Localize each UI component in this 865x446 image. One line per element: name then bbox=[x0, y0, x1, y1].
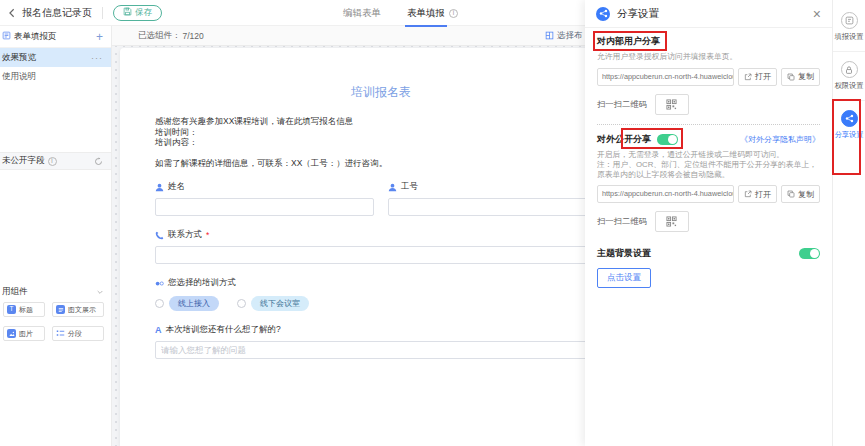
component-chip-title[interactable]: T 标题 bbox=[3, 302, 45, 317]
sidebar-item-instructions[interactable]: 使用说明 bbox=[0, 67, 111, 86]
radio-option-offline[interactable]: 线下会议室 bbox=[237, 296, 309, 311]
external-share-row: 对外公开分享 《对外分享隐私声明》 bbox=[597, 133, 820, 146]
intro-line: 培训时间： bbox=[155, 127, 607, 138]
external-share-desc2: 注：用户、OCR、部门、定位组件不能用于公开分享的表单上，原表单内的以上字段将会… bbox=[597, 160, 820, 179]
field-employee-id: 工号 bbox=[388, 181, 607, 216]
title-component-icon: T bbox=[7, 305, 16, 314]
radio-option-label: 线上接入 bbox=[169, 296, 219, 311]
sidebar-item-preview[interactable]: 效果预览 ··· bbox=[0, 48, 111, 67]
phone-icon bbox=[155, 231, 164, 240]
rail-item-fill-settings[interactable]: 填报设置 bbox=[834, 10, 863, 44]
external-url-row: https://appcuberun.cn-north-4.huaweiclou… bbox=[597, 185, 820, 203]
copy-link-button[interactable]: 复制 bbox=[781, 68, 820, 86]
rail-item-permission-settings[interactable]: 权限设置 bbox=[834, 59, 863, 93]
radio-circle[interactable] bbox=[237, 299, 246, 308]
field-question: A 本次培训您还有什么想了解的? bbox=[155, 324, 607, 359]
components-section-header[interactable]: 用组件 bbox=[2, 286, 104, 298]
open-link-button[interactable]: 打开 bbox=[738, 68, 777, 86]
radio-option-online[interactable]: 线上接入 bbox=[155, 296, 219, 311]
qr-label: 扫一扫二维码 bbox=[597, 99, 647, 110]
privacy-statement-link[interactable]: 《对外分享隐私声明》 bbox=[740, 134, 820, 145]
fill-settings-icon bbox=[841, 12, 858, 29]
layout-icon bbox=[545, 31, 554, 40]
share-settings-panel: 分享设置 × 对内部用户分享 允许用户登录授权后访问并填报表单页。 https:… bbox=[585, 0, 832, 446]
external-share-desc1: 开启后，无需登录，通过公开链接或二维码即可访问。 bbox=[597, 150, 820, 160]
question-input[interactable] bbox=[155, 341, 607, 359]
rail-item-share-settings[interactable]: 分享设置 bbox=[834, 108, 863, 142]
section-component-icon bbox=[56, 329, 65, 338]
more-icon[interactable]: ··· bbox=[91, 53, 103, 63]
form-paper: 培训报名表 感谢您有兴趣参加XX课程培训，请在此填写报名信息 培训时间： 培训内… bbox=[120, 48, 642, 446]
choose-layout-button[interactable]: 选择布 bbox=[545, 30, 583, 42]
permission-settings-icon bbox=[841, 61, 858, 78]
unpublished-fields-section: 未公开字段 i bbox=[0, 152, 111, 170]
field-row-name-id: 姓名 工号 bbox=[155, 181, 607, 216]
right-settings-rail: 填报设置 权限设置 分享设置 bbox=[832, 0, 865, 446]
rail-divider bbox=[833, 100, 865, 101]
copy-link-button[interactable]: 复制 bbox=[781, 185, 820, 203]
panel-title: 分享设置 bbox=[617, 7, 659, 21]
contact-input[interactable] bbox=[155, 246, 607, 264]
component-chip-image[interactable]: 图片 bbox=[3, 326, 45, 341]
left-sidebar: 表单填报页 + 效果预览 ··· 使用说明 未公开字段 i 用组件 T 标题 bbox=[0, 26, 112, 446]
choice-icon bbox=[155, 279, 164, 288]
qr-code-button[interactable] bbox=[655, 211, 689, 232]
panel-header: 分享设置 × bbox=[585, 0, 832, 28]
qr-code-icon bbox=[666, 99, 677, 110]
person-icon bbox=[388, 183, 397, 192]
refresh-icon[interactable] bbox=[94, 157, 103, 166]
intro-line: 培训内容： bbox=[155, 137, 607, 148]
component-chip-richtext[interactable]: 图文展示 bbox=[52, 302, 104, 317]
save-button[interactable]: 保存 bbox=[113, 5, 162, 21]
close-icon[interactable]: × bbox=[813, 7, 821, 21]
intro-line: 感谢您有兴趣参加XX课程培训，请在此填写报名信息 bbox=[155, 116, 607, 127]
copy-icon bbox=[787, 190, 795, 198]
person-icon bbox=[155, 183, 164, 192]
add-page-icon[interactable]: + bbox=[96, 31, 103, 43]
external-link-icon bbox=[744, 190, 752, 198]
tab-edit-form[interactable]: 编辑表单 bbox=[343, 0, 381, 26]
theme-background-toggle[interactable] bbox=[799, 248, 820, 259]
external-share-heading: 对外公开分享 bbox=[597, 133, 651, 146]
save-button-label: 保存 bbox=[135, 7, 152, 19]
intro-line: 如需了解课程的详细信息，可联系：XX（工号：）进行咨询。 bbox=[155, 158, 607, 169]
qr-label: 扫一扫二维码 bbox=[597, 216, 647, 227]
field-contact: 联系方式* bbox=[155, 229, 607, 264]
section-info-icon[interactable]: i bbox=[48, 157, 57, 166]
field-name-label: 姓名 bbox=[168, 181, 185, 193]
back-icon[interactable] bbox=[8, 8, 16, 18]
field-employee-id-label: 工号 bbox=[401, 181, 418, 193]
external-share-url[interactable]: https://appcuberun.cn-north-4.huaweiclou… bbox=[597, 185, 734, 203]
share-settings-icon bbox=[841, 110, 858, 127]
employee-id-input[interactable] bbox=[388, 198, 607, 216]
intro-spacer bbox=[155, 148, 607, 158]
open-link-button[interactable]: 打开 bbox=[738, 185, 777, 203]
external-share-toggle[interactable] bbox=[657, 134, 678, 145]
name-input[interactable] bbox=[155, 198, 374, 216]
header-divider bbox=[102, 7, 103, 19]
theme-configure-button[interactable]: 点击设置 bbox=[597, 268, 651, 288]
selected-components-label: 已选组件： bbox=[138, 30, 181, 42]
tab-form-fill[interactable]: 表单填报 i bbox=[407, 0, 458, 26]
theme-background-heading: 主题背景设置 bbox=[597, 247, 651, 260]
qr-code-button[interactable] bbox=[655, 94, 689, 115]
sidebar-group-header: 表单填报页 + bbox=[0, 26, 111, 48]
internal-url-row: https://appcuberun.cn-north-4.huaweiclou… bbox=[597, 68, 820, 86]
field-question-label: 本次培训您还有什么想了解的? bbox=[166, 324, 281, 336]
radio-circle[interactable] bbox=[155, 299, 164, 308]
save-icon bbox=[123, 7, 132, 18]
external-link-icon bbox=[744, 73, 752, 81]
header-tabs: 编辑表单 表单填报 i bbox=[343, 0, 458, 26]
rail-divider bbox=[833, 51, 865, 52]
app-root: 报名信息记录页 保存 编辑表单 表单填报 i 表单填报页 + bbox=[0, 0, 865, 446]
field-contact-label: 联系方式 bbox=[168, 229, 202, 241]
form-intro: 感谢您有兴趣参加XX课程培训，请在此填写报名信息 培训时间： 培训内容： 如需了… bbox=[155, 116, 607, 168]
chevron-down-icon[interactable] bbox=[96, 288, 104, 296]
qr-code-icon bbox=[666, 216, 677, 227]
tab-info-icon[interactable]: i bbox=[449, 9, 458, 18]
text-field-icon: A bbox=[155, 326, 162, 335]
component-chip-section[interactable]: 分段 bbox=[52, 326, 104, 341]
radio-option-label: 线下会议室 bbox=[251, 296, 309, 311]
internal-share-url[interactable]: https://appcuberun.cn-north-4.huaweiclou… bbox=[597, 68, 734, 86]
internal-share-desc: 允许用户登录授权后访问并填报表单页。 bbox=[597, 52, 820, 62]
